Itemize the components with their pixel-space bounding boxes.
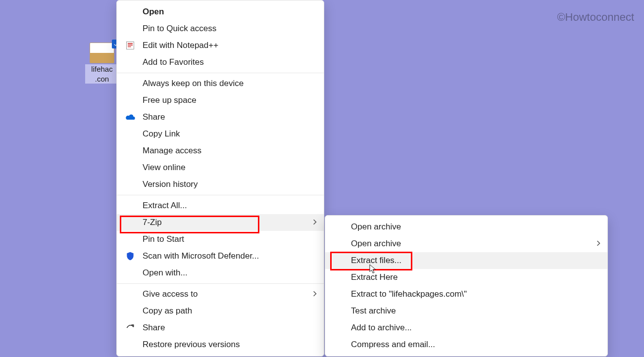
file-label-line2: .con: [85, 74, 119, 84]
watermark-text: ©Howtoconnect: [557, 11, 634, 24]
menu-open-label: Open: [143, 7, 164, 17]
submenu-add-to-archive[interactable]: Add to archive...: [325, 319, 607, 336]
submenu-open-archive-more-label: Open archive: [351, 239, 401, 249]
file-label-line1: lifehac: [85, 64, 119, 74]
menu-restore-versions[interactable]: Restore previous versions: [117, 336, 324, 353]
menu-view-online[interactable]: View online: [117, 159, 324, 176]
menu-edit-notepad[interactable]: Edit with Notepad++: [117, 37, 324, 54]
menu-view-online-label: View online: [143, 163, 186, 173]
menu-free-up-label: Free up space: [143, 95, 197, 105]
menu-version-history[interactable]: Version history: [117, 176, 324, 193]
menu-pin-quick-label: Pin to Quick access: [143, 24, 216, 34]
menu-open-with[interactable]: Open with...: [117, 265, 324, 281]
menu-pin-start-label: Pin to Start: [143, 234, 184, 244]
submenu-extract-here-label: Extract Here: [351, 272, 397, 282]
submenu-test-archive-label: Test archive: [351, 306, 396, 316]
chevron-right-icon: [313, 290, 317, 298]
submenu-extract-files-label: Extract files...: [351, 256, 401, 266]
separator: [117, 195, 324, 195]
menu-share-cloud[interactable]: Share: [117, 109, 324, 126]
menu-pin-quick-access[interactable]: Pin to Quick access: [117, 20, 324, 37]
desktop-file[interactable]: lifehac .con: [85, 40, 119, 84]
submenu-extract-to[interactable]: Extract to "lifehackpages.com\": [325, 286, 607, 303]
share-icon: [125, 322, 136, 333]
menu-share-label: Share: [143, 323, 165, 333]
menu-7zip-label: 7-Zip: [143, 218, 162, 227]
chevron-right-icon: [313, 219, 317, 226]
chevron-right-icon: [596, 240, 600, 248]
menu-edit-notepad-label: Edit with Notepad++: [143, 41, 218, 50]
menu-copy-link[interactable]: Copy Link: [117, 126, 324, 142]
menu-version-history-label: Version history: [143, 179, 198, 189]
menu-copy-path-label: Copy as path: [143, 306, 192, 316]
shield-icon: [125, 251, 136, 262]
menu-free-up[interactable]: Free up space: [117, 92, 324, 109]
menu-open-with-label: Open with...: [143, 268, 188, 278]
menu-extract-all[interactable]: Extract All...: [117, 197, 324, 214]
separator: [117, 73, 324, 73]
submenu-7zip: Open archive Open archive Extract files.…: [325, 215, 608, 357]
submenu-compress-email-label: Compress and email...: [351, 340, 435, 350]
submenu-compress-email[interactable]: Compress and email...: [325, 336, 607, 353]
menu-share[interactable]: Share: [117, 319, 324, 336]
submenu-test-archive[interactable]: Test archive: [325, 303, 607, 319]
menu-manage-access-label: Manage access: [143, 146, 201, 156]
menu-always-keep[interactable]: Always keep on this device: [117, 75, 324, 92]
menu-always-keep-label: Always keep on this device: [143, 79, 244, 89]
menu-scan-defender[interactable]: Scan with Microsoft Defender...: [117, 248, 324, 265]
notepad-icon: [125, 40, 136, 51]
menu-restore-versions-label: Restore previous versions: [143, 340, 240, 350]
menu-copy-link-label: Copy Link: [143, 129, 180, 139]
menu-give-access[interactable]: Give access to: [117, 286, 324, 303]
menu-add-favorites-label: Add to Favorites: [143, 57, 204, 67]
submenu-open-archive-more[interactable]: Open archive: [325, 235, 607, 252]
menu-pin-start[interactable]: Pin to Start: [117, 231, 324, 248]
menu-share-cloud-label: Share: [143, 112, 165, 122]
menu-add-favorites[interactable]: Add to Favorites: [117, 54, 324, 71]
submenu-open-archive-label: Open archive: [351, 222, 401, 232]
menu-open[interactable]: Open: [117, 3, 324, 20]
menu-manage-access[interactable]: Manage access: [117, 142, 324, 159]
submenu-extract-to-label: Extract to "lifehackpages.com\": [351, 289, 467, 299]
cloud-icon: [125, 112, 136, 123]
submenu-extract-files[interactable]: Extract files...: [325, 252, 607, 269]
menu-copy-path[interactable]: Copy as path: [117, 303, 324, 319]
submenu-add-to-archive-label: Add to archive...: [351, 323, 412, 333]
separator: [117, 283, 324, 284]
menu-extract-all-label: Extract All...: [143, 201, 187, 211]
context-menu: Open Pin to Quick access Edit with Notep…: [116, 0, 324, 357]
submenu-open-archive[interactable]: Open archive: [325, 219, 607, 235]
file-thumbnail-icon: [90, 43, 114, 63]
menu-scan-defender-label: Scan with Microsoft Defender...: [143, 251, 259, 261]
menu-give-access-label: Give access to: [143, 289, 198, 299]
menu-7zip[interactable]: 7-Zip: [117, 214, 324, 231]
submenu-extract-here[interactable]: Extract Here: [325, 269, 607, 286]
